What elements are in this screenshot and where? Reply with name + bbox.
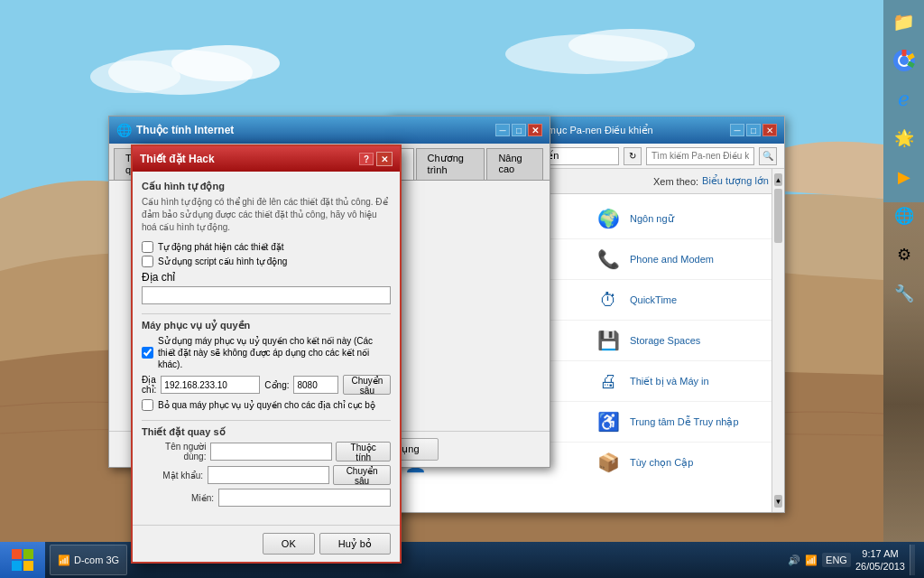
cp-item-accessibility[interactable]: ♿ Trung tâm Dễ Truy nhập xyxy=(587,402,780,443)
hack-dialog-close[interactable]: ✕ xyxy=(376,152,393,166)
quicktime-label: QuickTime xyxy=(630,294,677,305)
cp-close-button[interactable]: ✕ xyxy=(762,124,777,136)
clock-time: 9:17 AM xyxy=(855,547,905,560)
internet-options-titlebar: 🌐 Thuộc tính Internet ─ □ ✕ xyxy=(109,117,550,144)
auto-config-description: Cấu hình tự động có thể ghi đè lên các t… xyxy=(142,196,391,234)
proxy-ip-label: Địa chỉ: xyxy=(142,375,156,395)
username-input[interactable] xyxy=(210,443,332,461)
phone-modem-label: Phone and Modem xyxy=(630,254,714,265)
update-options-label: Tùy chọn Cập xyxy=(630,457,693,469)
update-options-icon: 📦 xyxy=(594,448,623,476)
sidebar-tools2-icon[interactable]: 🔧 xyxy=(887,276,921,311)
hack-dialog-footer: OK Huỷ bỏ xyxy=(133,525,400,562)
address-row: Địa chỉ xyxy=(142,271,391,304)
internet-options-maximize[interactable]: □ xyxy=(512,124,526,136)
hack-cancel-button[interactable]: Huỷ bỏ xyxy=(319,533,391,555)
cp-item-update-options[interactable]: 📦 Tùy chọn Cập xyxy=(587,443,780,476)
cp-item-devices[interactable]: 🖨 Thiết bị và Máy in xyxy=(587,361,780,402)
domain-label: Miền: xyxy=(142,493,214,503)
tab-advanced[interactable]: Nâng cao xyxy=(486,148,543,180)
auto-detect-row: Tự động phát hiện các thiết đặt xyxy=(142,241,391,253)
domain-input[interactable] xyxy=(218,489,391,507)
svg-rect-9 xyxy=(12,549,22,559)
cp-window-controls: ─ □ ✕ xyxy=(730,124,777,136)
volume-icon[interactable]: 🔊 xyxy=(788,555,800,566)
password-input[interactable] xyxy=(208,466,329,484)
dialup-section: Thiết đặt quay số Tên người dùng: Thuộc … xyxy=(142,426,391,507)
dialup-advanced-button[interactable]: Chuyển sâu xyxy=(333,465,391,485)
scroll-up[interactable]: ▲ xyxy=(774,173,782,186)
internet-options-minimize[interactable]: ─ xyxy=(495,124,510,136)
sidebar-network-icon[interactable]: 🌐 xyxy=(887,199,921,233)
language-label: Ngôn ngữ xyxy=(630,213,674,225)
tab-programs[interactable]: Chương trình xyxy=(416,148,485,180)
scroll-down[interactable]: ▼ xyxy=(774,495,782,508)
bypass-proxy-checkbox[interactable] xyxy=(142,399,153,411)
sidebar-chrome-icon[interactable] xyxy=(887,43,921,78)
sidebar-tools1-icon[interactable]: ⚙ xyxy=(887,238,921,272)
sidebar-ie-icon[interactable]: ℯ xyxy=(887,82,921,117)
desktop: 📁 ℯ 🌟 ▶ 🌐 ⚙ 🔧 🌐 Thuộc tính Internet xyxy=(0,0,924,578)
cp-refresh-button[interactable]: ↻ xyxy=(624,147,642,165)
hack-dialog-help[interactable]: ? xyxy=(359,153,374,165)
taskbar-clock[interactable]: 9:17 AM 26/05/2013 xyxy=(855,547,905,573)
language-icon: 🌍 xyxy=(594,204,623,233)
svg-rect-11 xyxy=(12,561,22,571)
cp-item-language[interactable]: 🌍 Ngôn ngữ xyxy=(587,199,780,239)
proxy-checkbox[interactable] xyxy=(142,347,153,359)
cp-maximize-button[interactable]: □ xyxy=(746,124,761,136)
dcom-label: D-com 3G xyxy=(74,555,119,565)
proxy-checkbox-label: Sử dụng máy phục vụ uỷ quyền cho kết nối… xyxy=(158,335,391,370)
username-label: Tên người dùng: xyxy=(142,442,206,461)
hack-dialog-title: Thiết đặt Hack xyxy=(140,153,215,165)
cp-search-button[interactable]: 🔍 xyxy=(759,147,777,165)
internet-options-title: Thuộc tính Internet xyxy=(136,124,234,136)
cp-search-input[interactable] xyxy=(646,147,754,165)
auto-detect-checkbox[interactable] xyxy=(142,241,153,253)
address-input[interactable] xyxy=(142,286,391,304)
hack-dialog-body: Cấu hình tự động Cấu hình tự động có thể… xyxy=(133,172,400,525)
hack-dialog-titlebar: Thiết đặt Hack ? ✕ xyxy=(133,146,400,172)
bypass-proxy-row: Bỏ qua máy phục vụ uỷ quyền cho các địa … xyxy=(142,399,391,411)
internet-options-controls: ─ □ ✕ xyxy=(495,124,542,136)
hack-ok-button[interactable]: OK xyxy=(263,533,315,555)
accessibility-icon: ♿ xyxy=(594,407,623,436)
svg-rect-12 xyxy=(23,561,33,571)
cp-item-phone-modem[interactable]: 📞 Phone and Modem xyxy=(587,239,780,280)
auto-detect-label: Tự động phát hiện các thiết đặt xyxy=(158,242,284,252)
taskbar-dcom-item[interactable]: 📶 D-com 3G xyxy=(50,545,127,575)
cp-item-quicktime[interactable]: ⏱ QuickTime xyxy=(587,280,780,321)
network-tray-icon[interactable]: 📶 xyxy=(805,555,818,566)
proxy-advanced-button[interactable]: Chuyển sâu xyxy=(343,375,391,395)
quicktime-icon: ⏱ xyxy=(594,285,623,314)
cp-view-mode[interactable]: Biểu tượng lớn ▾ xyxy=(702,175,777,187)
svg-point-2 xyxy=(171,45,280,81)
properties-button[interactable]: Thuộc tính xyxy=(336,442,391,461)
proxy-section: Máy phục vụ uỷ quyền Sử dụng máy phục vụ… xyxy=(142,320,391,411)
scroll-thumb[interactable] xyxy=(774,189,782,243)
show-desktop-button[interactable] xyxy=(910,545,915,575)
auto-script-checkbox[interactable] xyxy=(142,256,153,267)
devices-icon: 🖨 xyxy=(594,367,623,396)
storage-icon: 💾 xyxy=(594,326,623,355)
clock-date: 26/05/2013 xyxy=(855,560,905,573)
cp-minimize-button[interactable]: ─ xyxy=(730,124,744,136)
proxy-port-input[interactable] xyxy=(293,376,338,394)
internet-options-icon: 🌐 xyxy=(116,123,132,137)
cp-scrollbar[interactable]: ▲ ▼ xyxy=(772,169,784,512)
sidebar-app1-icon[interactable]: 🌟 xyxy=(887,121,921,155)
start-button[interactable] xyxy=(0,542,45,578)
internet-options-close[interactable]: ✕ xyxy=(528,124,542,136)
bypass-proxy-label: Bỏ qua máy phục vụ uỷ quyền cho các địa … xyxy=(158,400,375,410)
storage-label: Storage Spaces xyxy=(630,335,700,346)
cp-item-storage[interactable]: 💾 Storage Spaces xyxy=(587,321,780,361)
lang-indicator[interactable]: ENG xyxy=(822,553,851,567)
svg-point-3 xyxy=(90,61,180,93)
sidebar-media-icon[interactable]: ▶ xyxy=(887,160,921,194)
sidebar-folder-icon[interactable]: 📁 xyxy=(887,5,921,39)
svg-rect-10 xyxy=(23,549,33,559)
proxy-ip-input[interactable] xyxy=(161,376,260,394)
proxy-ip-row: Địa chỉ: Cổng: Chuyển sâu xyxy=(142,375,391,395)
accessibility-label: Trung tâm Dễ Truy nhập xyxy=(630,416,739,428)
windows-logo-icon xyxy=(10,547,35,573)
